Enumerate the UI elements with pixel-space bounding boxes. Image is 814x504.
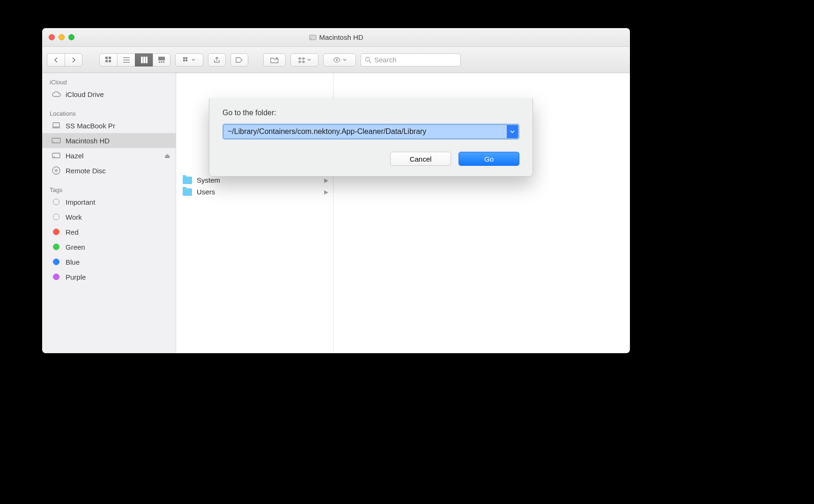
eject-icon[interactable]: ⏏ (164, 152, 170, 159)
go-to-folder-dialog: Go to the folder: Cancel Go (209, 98, 533, 177)
svg-rect-6 (141, 57, 143, 63)
window-title-text: Macintosh HD (319, 33, 363, 41)
path-dropdown-button[interactable] (507, 125, 518, 138)
view-switcher (99, 53, 170, 67)
sidebar-item-label: Hazel (66, 152, 83, 160)
sidebar-item-ss-macbook[interactable]: SS MacBook Pr (42, 118, 176, 133)
go-button[interactable]: Go (459, 152, 519, 166)
sidebar-tag-important[interactable]: Important (42, 194, 176, 209)
external-drive-icon (52, 151, 61, 160)
hd-icon (52, 136, 61, 145)
cloud-icon (52, 89, 61, 99)
sidebar-tag-green[interactable]: Green (42, 239, 176, 254)
svg-rect-10 (159, 61, 160, 63)
quick-look-button[interactable] (323, 53, 356, 67)
arrange-button[interactable] (175, 53, 203, 67)
maximize-button[interactable] (68, 34, 74, 40)
sidebar-tag-red[interactable]: Red (42, 224, 176, 239)
sidebar-item-icloud-drive[interactable]: iCloud Drive (42, 87, 176, 102)
forward-button[interactable] (65, 53, 82, 67)
view-column-button[interactable] (135, 53, 153, 67)
svg-point-25 (55, 170, 57, 171)
sidebar-item-label: Macintosh HD (66, 137, 110, 145)
svg-point-18 (365, 57, 370, 61)
tag-dot-icon (53, 229, 59, 235)
svg-rect-15 (183, 59, 185, 61)
sidebar-item-label: Blue (66, 258, 80, 266)
dropbox-button[interactable] (290, 53, 318, 67)
minimize-button[interactable] (59, 34, 65, 40)
view-icon-button[interactable] (99, 53, 117, 67)
tag-dot-icon (53, 274, 59, 280)
cancel-button[interactable]: Cancel (390, 152, 451, 166)
sidebar-section-locations: Locations (42, 106, 176, 118)
tags-button[interactable] (230, 53, 248, 67)
dialog-label: Go to the folder: (222, 109, 519, 117)
svg-rect-11 (161, 61, 163, 63)
view-list-button[interactable] (117, 53, 135, 67)
svg-rect-14 (185, 57, 187, 59)
gallery-icon (158, 57, 165, 63)
chevron-right-icon: ▶ (324, 177, 328, 184)
grid-icon (105, 57, 112, 63)
sidebar-tag-purple[interactable]: Purple (42, 269, 176, 284)
sidebar-tag-blue[interactable]: Blue (42, 254, 176, 269)
window-title: Macintosh HD (309, 33, 363, 41)
folder-label: Users (197, 188, 215, 196)
sidebar-section-icloud: iCloud (42, 75, 176, 87)
chevron-down-icon (510, 129, 515, 134)
svg-rect-7 (143, 57, 145, 63)
sidebar-item-label: Important (66, 198, 95, 206)
sidebar: iCloud iCloud Drive Locations SS MacBook… (42, 73, 176, 353)
new-folder-button[interactable] (263, 53, 286, 67)
close-button[interactable] (49, 34, 55, 40)
path-input[interactable] (224, 125, 507, 138)
sidebar-section-tags: Tags (42, 183, 176, 194)
sidebar-tag-work[interactable]: Work (42, 209, 176, 224)
svg-point-21 (53, 141, 54, 142)
svg-rect-5 (109, 60, 111, 62)
svg-rect-4 (105, 60, 108, 62)
folder-icon (183, 188, 192, 196)
laptop-icon (52, 121, 61, 130)
sidebar-item-remote-disc[interactable]: Remote Disc (42, 163, 176, 178)
tag-dot-icon (53, 214, 59, 220)
sidebar-item-label: Red (66, 228, 79, 236)
search-input[interactable]: Search (361, 53, 461, 67)
tag-dot-icon (53, 199, 59, 205)
sidebar-item-label: SS MacBook Pr (66, 122, 115, 130)
svg-point-24 (52, 167, 60, 174)
sidebar-item-hazel[interactable]: Hazel ⏏ (42, 148, 176, 163)
eye-icon (333, 57, 341, 63)
sidebar-item-label: Remote Disc (66, 167, 106, 175)
columns-icon (141, 57, 148, 63)
svg-rect-19 (53, 123, 59, 127)
view-gallery-button[interactable] (153, 53, 170, 67)
chevron-down-icon (192, 58, 195, 62)
svg-rect-23 (53, 156, 55, 157)
folder-row-users[interactable]: Users ▶ (176, 186, 333, 198)
svg-point-17 (336, 59, 338, 61)
list-icon (123, 57, 130, 63)
share-icon (214, 57, 220, 63)
chevron-down-icon (307, 58, 311, 62)
chevron-right-icon: ▶ (324, 189, 328, 195)
search-icon (365, 57, 371, 63)
finder-window: Macintosh HD Search iCloud (42, 28, 630, 353)
path-combobox (222, 124, 519, 140)
svg-rect-8 (146, 57, 148, 63)
sidebar-item-macintosh-hd[interactable]: Macintosh HD (42, 133, 176, 148)
tag-icon (236, 57, 243, 63)
share-button[interactable] (208, 53, 226, 67)
svg-rect-16 (185, 59, 187, 61)
svg-rect-2 (105, 57, 108, 59)
folder-icon (183, 177, 192, 184)
svg-rect-3 (109, 57, 111, 59)
sidebar-item-label: iCloud Drive (66, 90, 104, 98)
dropbox-icon (298, 57, 305, 63)
svg-rect-13 (183, 57, 185, 59)
sidebar-item-label: Purple (66, 273, 86, 281)
chevron-down-icon (343, 58, 347, 62)
back-button[interactable] (47, 53, 65, 67)
sidebar-item-label: Green (66, 243, 85, 251)
